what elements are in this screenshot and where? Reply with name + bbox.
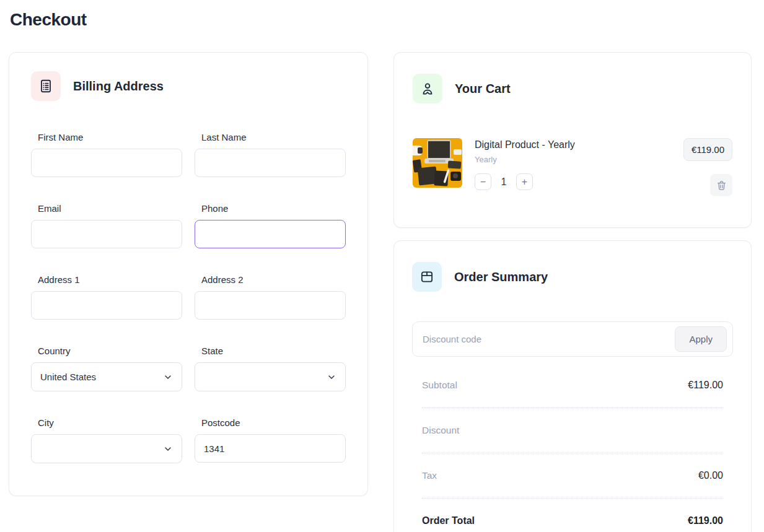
address2-input[interactable] — [195, 291, 346, 320]
discount-code-input[interactable] — [423, 334, 675, 344]
discount-label: Discount — [422, 425, 459, 436]
field-country: Country United States — [31, 346, 182, 391]
page-title: Checkout — [10, 10, 752, 30]
phone-input[interactable] — [195, 220, 346, 248]
billing-card-header: Billing Address — [31, 71, 346, 101]
order-total-row: Order Total €119.00 — [422, 499, 723, 532]
quantity-stepper: − 1 + — [475, 173, 671, 190]
address2-label: Address 2 — [201, 274, 346, 285]
product-thumbnail — [413, 138, 462, 188]
field-postcode: Postcode — [195, 417, 346, 463]
address1-label: Address 1 — [38, 274, 182, 285]
order-summary-title: Order Summary — [454, 270, 548, 284]
checkout-page: Checkout Billing Address First Name — [0, 0, 764, 532]
cart-item-row: Digital Product - Yearly Yearly − 1 + €1… — [413, 138, 732, 196]
subtotal-row: Subtotal €119.00 — [422, 363, 723, 408]
billing-form: First Name Last Name Email Phone Address… — [31, 132, 346, 463]
discount-code-box: Apply — [412, 321, 733, 357]
discount-row: Discount — [422, 408, 723, 453]
trash-icon — [716, 180, 727, 191]
city-label: City — [38, 417, 182, 428]
email-label: Email — [38, 203, 182, 214]
billing-card-title: Billing Address — [73, 79, 164, 94]
field-address1: Address 1 — [31, 274, 182, 320]
field-state: State — [195, 346, 346, 391]
package-icon — [412, 262, 442, 292]
decrease-quantity-button[interactable]: − — [475, 173, 491, 190]
last-name-input[interactable] — [195, 149, 346, 177]
tax-label: Tax — [422, 470, 437, 481]
city-select[interactable] — [31, 434, 182, 463]
product-variant: Yearly — [475, 155, 671, 164]
phone-label: Phone — [201, 203, 346, 214]
cart-card: Your Cart — [393, 52, 752, 228]
order-summary-header: Order Summary — [412, 262, 733, 292]
chevron-down-icon — [163, 372, 173, 382]
field-address2: Address 2 — [195, 274, 346, 320]
summary-rows: Subtotal €119.00 Discount Tax €0.00 Orde… — [412, 363, 733, 532]
email-input[interactable] — [31, 220, 182, 248]
field-phone: Phone — [195, 203, 346, 248]
field-first-name: First Name — [31, 132, 182, 177]
increase-quantity-button[interactable]: + — [516, 173, 533, 190]
first-name-label: First Name — [38, 132, 182, 142]
state-label: State — [201, 346, 346, 356]
subtotal-value: €119.00 — [688, 380, 723, 391]
country-label: Country — [38, 346, 182, 356]
chevron-down-icon — [327, 372, 336, 382]
field-last-name: Last Name — [195, 132, 346, 177]
tax-row: Tax €0.00 — [422, 453, 723, 499]
country-select[interactable]: United States — [31, 362, 182, 391]
apply-discount-button[interactable]: Apply — [675, 326, 727, 352]
cart-item-actions: €119.00 — [683, 138, 732, 196]
postcode-input[interactable] — [195, 434, 346, 463]
item-price-badge: €119.00 — [683, 138, 732, 161]
tax-value: €0.00 — [698, 470, 723, 481]
cart-card-title: Your Cart — [455, 82, 511, 96]
country-select-value: United States — [40, 372, 96, 382]
chevron-down-icon — [163, 444, 173, 454]
state-select[interactable] — [195, 362, 346, 391]
billing-address-card: Billing Address First Name Last Name Ema… — [9, 52, 368, 496]
order-summary-card: Order Summary Apply Subtotal €119.00 Dis… — [393, 240, 752, 532]
remove-item-button[interactable] — [710, 174, 732, 196]
list-icon — [31, 71, 61, 101]
address1-input[interactable] — [31, 291, 182, 320]
subtotal-label: Subtotal — [422, 380, 457, 391]
last-name-label: Last Name — [201, 132, 346, 142]
quantity-value: 1 — [499, 177, 508, 188]
order-total-value: €119.00 — [688, 515, 723, 526]
first-name-input[interactable] — [31, 149, 182, 177]
user-icon — [413, 74, 442, 103]
cart-item-info: Digital Product - Yearly Yearly − 1 + — [475, 138, 671, 190]
field-city: City — [31, 417, 182, 463]
cart-card-header: Your Cart — [413, 74, 732, 103]
field-email: Email — [31, 203, 182, 248]
order-total-label: Order Total — [422, 515, 475, 526]
product-name: Digital Product - Yearly — [475, 139, 671, 150]
postcode-label: Postcode — [201, 417, 346, 428]
